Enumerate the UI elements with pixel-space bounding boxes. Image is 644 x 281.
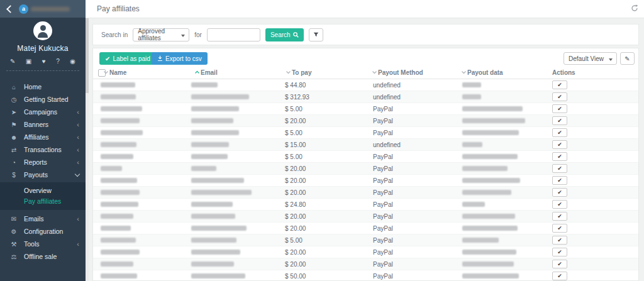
sidebar-item-campaigns[interactable]: ➤Campaigns‹: [0, 106, 86, 118]
chevron-left-icon: ‹: [77, 216, 79, 222]
payout-method-value: PayPal: [373, 249, 393, 256]
sort-desc-icon[interactable]: [103, 70, 109, 74]
mark-paid-button[interactable]: ✔: [552, 140, 567, 149]
sidebar-item-label: Transactions: [24, 146, 77, 153]
table-row: $ 5.00PayPal✔: [93, 103, 638, 115]
column-header-payout-data[interactable]: Payout data: [467, 69, 503, 76]
search-icon: [293, 32, 299, 38]
mark-paid-button[interactable]: ✔: [552, 152, 567, 161]
sidebar-scrollbar[interactable]: [86, 18, 89, 281]
submenu-item-overview[interactable]: Overview: [0, 185, 86, 196]
payout-method-value: PayPal: [373, 129, 393, 136]
check-icon: ✔: [557, 165, 562, 172]
user-name: Matej Kukucka: [0, 44, 86, 53]
sidebar-item-label: Emails: [24, 215, 77, 223]
search-scope-select[interactable]: Approved affiliates: [133, 28, 189, 41]
payout-data-redacted: [462, 118, 525, 123]
mark-paid-button[interactable]: ✔: [552, 260, 567, 268]
stopwatch-icon: ◷: [9, 96, 19, 103]
mark-paid-button[interactable]: ✔: [552, 236, 567, 245]
sort-asc-icon[interactable]: [194, 70, 200, 74]
check-icon: ✔: [557, 94, 562, 100]
payout-method-value: PayPal: [373, 225, 393, 232]
back-chevron-icon: [6, 5, 14, 13]
sort-desc-icon[interactable]: [461, 70, 467, 74]
to-pay-value: $ 5.00: [285, 153, 303, 160]
table-row: $ 20.00PayPal✔: [93, 223, 638, 234]
search-for-label: for: [194, 31, 202, 38]
chevron-left-icon: ‹: [77, 146, 79, 153]
email-redacted: [191, 273, 245, 278]
export-to-csv-button[interactable]: Export to csv: [152, 52, 208, 65]
table-toolbar: ✔ Label as paid Export to csv Default Vi…: [93, 48, 638, 66]
mark-paid-button[interactable]: ✔: [552, 80, 567, 89]
to-pay-value: $ 24.80: [285, 201, 306, 208]
name-redacted: [101, 142, 136, 147]
sidebar-item-label: Affiliates: [24, 133, 77, 141]
check-icon: ✔: [557, 201, 562, 207]
monitor-icon[interactable]: ▣: [26, 58, 31, 65]
pencil-icon[interactable]: ✎: [10, 58, 15, 65]
payout-data-redacted: [462, 82, 481, 87]
filter-button[interactable]: [309, 28, 323, 41]
to-pay-value: $ 20.00: [285, 177, 306, 184]
mark-paid-button[interactable]: ✔: [552, 224, 567, 233]
app-logo: a: [19, 4, 70, 14]
sidebar-item-offline-sale[interactable]: ⚖Offline sale: [0, 250, 86, 263]
sort-desc-icon[interactable]: [372, 70, 377, 74]
column-header-actions[interactable]: Actions: [552, 69, 575, 76]
sidebar-item-getting-started[interactable]: ◷Getting Started: [0, 93, 86, 106]
label-as-paid-button[interactable]: ✔ Label as paid: [99, 52, 156, 65]
sidebar-item-transactions[interactable]: ⇄Transactions‹: [0, 143, 86, 156]
mark-paid-button[interactable]: ✔: [552, 128, 567, 137]
check-icon: ✔: [557, 249, 562, 255]
pay-affiliates-screen: a Matej Kukucka ✎▣♥?◉ ⌂Home◷Getting Star…: [0, 0, 644, 281]
column-header-email[interactable]: Email: [201, 69, 218, 76]
power-icon[interactable]: ◉: [70, 58, 75, 65]
heart-icon[interactable]: ♥: [42, 58, 46, 65]
name-redacted: [101, 214, 133, 219]
mark-paid-button[interactable]: ✔: [552, 188, 567, 197]
submenu-item-pay-affiliates[interactable]: Pay affiliates: [0, 196, 86, 207]
sort-desc-icon[interactable]: [286, 70, 291, 74]
mark-paid-button[interactable]: ✔: [552, 272, 567, 280]
column-header-payout-method[interactable]: Payout Method: [378, 69, 423, 76]
mark-paid-button[interactable]: ✔: [552, 176, 567, 185]
check-icon: ✔: [557, 189, 562, 196]
pencil-icon: ✎: [625, 55, 630, 62]
mark-paid-button[interactable]: ✔: [552, 92, 567, 101]
sidebar-item-tools[interactable]: ⚒Tools‹: [0, 238, 86, 250]
edit-view-button[interactable]: ✎: [620, 52, 635, 65]
mark-paid-button[interactable]: ✔: [552, 116, 567, 125]
sidebar-item-affiliates[interactable]: ☻Affiliates‹: [0, 131, 86, 143]
sidebar-item-home[interactable]: ⌂Home: [0, 80, 86, 93]
sidebar-item-configuration[interactable]: ⚙Configuration: [0, 225, 86, 238]
email-redacted: [191, 178, 244, 183]
mark-paid-button[interactable]: ✔: [552, 164, 567, 173]
column-header-to-pay[interactable]: To pay: [292, 69, 311, 76]
sidebar-item-emails[interactable]: ✉Emails‹: [0, 212, 86, 225]
mark-paid-button[interactable]: ✔: [552, 248, 567, 256]
search-button[interactable]: Search: [265, 28, 304, 41]
sidebar-item-reports[interactable]: ◔Reports‹: [0, 156, 86, 168]
table-row: $ 20.00PayPal✔: [93, 211, 638, 223]
search-input[interactable]: [207, 28, 260, 41]
sidebar-item-payouts[interactable]: $Payouts: [0, 168, 86, 181]
to-pay-value: $ 20.00: [285, 189, 306, 196]
view-select[interactable]: Default View: [564, 52, 617, 65]
mark-paid-button[interactable]: ✔: [552, 212, 567, 221]
column-header-name[interactable]: Name: [109, 69, 126, 76]
mark-paid-button[interactable]: ✔: [552, 104, 567, 113]
check-icon: ✔: [105, 55, 110, 62]
mark-paid-button[interactable]: ✔: [552, 200, 567, 209]
envelope-icon: ✉: [9, 216, 19, 223]
to-pay-value: $ 5.00: [285, 237, 303, 244]
table-row: $ 15.00undefined✔: [93, 139, 638, 151]
chevron-left-icon: ‹: [77, 109, 79, 115]
table-header: NameEmailTo payPayout MethodPayout dataA…: [93, 66, 638, 79]
refresh-icon[interactable]: [625, 3, 644, 14]
sidebar-item-banners[interactable]: ⚑Banners‹: [0, 118, 86, 131]
help-icon[interactable]: ?: [56, 58, 60, 65]
sidebar-item-label: Campaigns: [24, 108, 77, 116]
back-button[interactable]: [0, 0, 19, 18]
